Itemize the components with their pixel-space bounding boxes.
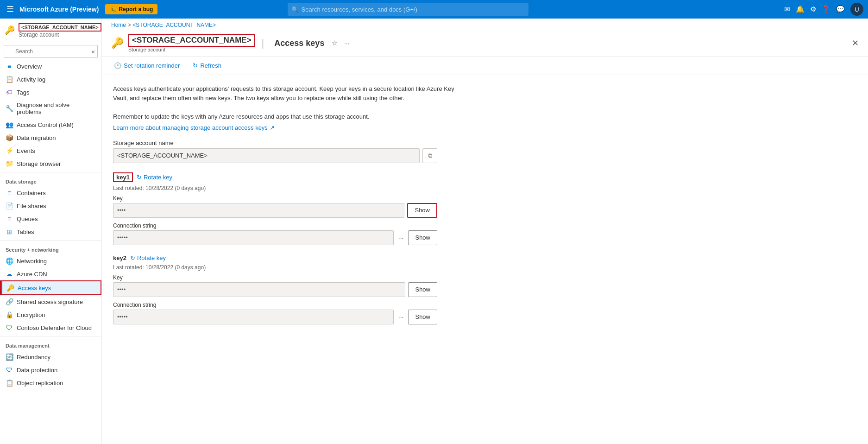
search-icon: 🔍 xyxy=(291,6,299,13)
key1-connection-more-icon[interactable]: ··· xyxy=(396,234,406,241)
storage-account-name-row: ⧉ xyxy=(113,148,437,163)
copy-account-name-button[interactable]: ⧉ xyxy=(422,148,437,163)
set-rotation-reminder-button[interactable]: 🕐 Set rotation reminder xyxy=(111,60,182,71)
section-security-label: Security + networking xyxy=(0,242,101,254)
key2-connection-more-icon[interactable]: ··· xyxy=(396,313,406,321)
refresh-button[interactable]: ↻ Refresh xyxy=(190,60,224,71)
key1-key-label: Key xyxy=(113,195,437,202)
sidebar-item-queues[interactable]: ≡ Queues xyxy=(0,212,101,225)
rotate-key1-icon: ↻ xyxy=(137,174,142,181)
rotate-key2-icon: ↻ xyxy=(130,254,135,261)
hamburger-icon[interactable]: ☰ xyxy=(5,2,16,16)
key1-key-input[interactable] xyxy=(113,203,404,218)
key1-label: key1 xyxy=(113,172,133,182)
sidebar-item-iam[interactable]: 👥 Access Control (IAM) xyxy=(0,118,101,131)
breadcrumb-home[interactable]: Home xyxy=(111,22,126,28)
sidebar-item-label: Tags xyxy=(17,89,29,96)
key1-connection-input[interactable] xyxy=(113,230,394,245)
more-options-icon[interactable]: ··· xyxy=(344,40,349,47)
resource-header-icon: 🔑 xyxy=(111,37,124,49)
sidebar-item-tables[interactable]: ⊞ Tables xyxy=(0,225,101,238)
key2-connection-input[interactable] xyxy=(113,310,394,324)
sidebar-resource-name: <STORAGE_ACCOUNT_NAME> xyxy=(19,23,101,32)
key1-rotate-button[interactable]: ↻ Rotate key xyxy=(137,174,172,181)
sidebar-item-data-protection[interactable]: 🛡 Data protection xyxy=(0,363,101,376)
key2-header: key2 ↻ Rotate key xyxy=(113,254,437,261)
sidebar-item-networking[interactable]: 🌐 Networking xyxy=(0,254,101,267)
queues-icon: ≡ xyxy=(6,215,13,222)
sidebar-item-activity-log[interactable]: 📋 Activity log xyxy=(0,73,101,86)
sidebar-item-label: File shares xyxy=(17,203,46,209)
sidebar-general-items: ≡ Overview 📋 Activity log 🏷 Tags 🔧 Diagn… xyxy=(0,60,101,170)
learn-more-link[interactable]: Learn more about managing storage accoun… xyxy=(113,124,275,131)
storage-account-name-input[interactable] xyxy=(113,148,420,163)
sidebar-item-sas[interactable]: 🔗 Shared access signature xyxy=(0,295,101,308)
sidebar-item-tags[interactable]: 🏷 Tags xyxy=(0,86,101,99)
iam-icon: 👥 xyxy=(6,121,13,128)
sas-icon: 🔗 xyxy=(6,298,13,305)
main-content-area: Home > <STORAGE_ACCOUNT_NAME> 🔑 <STORAGE… xyxy=(102,19,868,444)
key1-show-connection-button[interactable]: Show xyxy=(408,230,437,245)
key1-header: key1 ↻ Rotate key xyxy=(113,172,437,182)
global-search-input[interactable] xyxy=(288,3,528,16)
sidebar-item-migration[interactable]: 📦 Data migration xyxy=(0,131,101,144)
sidebar-item-access-keys[interactable]: 🔑 Access keys xyxy=(0,280,101,295)
sidebar-item-azure-cdn[interactable]: ☁ Azure CDN xyxy=(0,267,101,280)
key1-show-key-button[interactable]: Show xyxy=(407,203,437,218)
fileshares-icon: 📄 xyxy=(6,202,13,209)
key2-rotate-button[interactable]: ↻ Rotate key xyxy=(130,254,166,261)
email-icon[interactable]: ✉ xyxy=(784,5,790,13)
sidebar-search-input[interactable] xyxy=(4,45,98,58)
sidebar-item-encryption[interactable]: 🔒 Encryption xyxy=(0,308,101,321)
containers-icon: ≡ xyxy=(6,189,13,197)
sidebar-item-overview[interactable]: ≡ Overview xyxy=(0,60,101,73)
encryption-icon: 🔒 xyxy=(6,311,13,318)
sidebar-item-label: Storage browser xyxy=(17,160,61,167)
notifications-icon[interactable]: 🔔 xyxy=(796,5,805,13)
sidebar-item-label: Access keys xyxy=(18,285,51,292)
sidebar-item-diagnose[interactable]: 🔧 Diagnose and solve problems xyxy=(0,99,101,118)
diagnose-icon: 🔧 xyxy=(6,105,13,112)
sidebar-security-items: 🌐 Networking ☁ Azure CDN 🔑 Access keys 🔗… xyxy=(0,254,101,334)
breadcrumb: Home > <STORAGE_ACCOUNT_NAME> xyxy=(102,19,868,28)
key2-connection-row: ··· Show xyxy=(113,310,437,324)
feedback-icon[interactable]: 💬 xyxy=(836,5,845,13)
key2-key-input[interactable] xyxy=(113,282,405,297)
sidebar-item-containers[interactable]: ≡ Containers xyxy=(0,186,101,199)
report-bug-button[interactable]: 🐛 Report a bug xyxy=(105,4,157,14)
copy-icon: ⧉ xyxy=(428,152,432,159)
help-icon[interactable]: ❓ xyxy=(822,5,830,13)
favorite-icon[interactable]: ☆ xyxy=(332,39,338,47)
sidebar-item-redundancy[interactable]: 🔄 Redundancy xyxy=(0,350,101,363)
refresh-icon: ↻ xyxy=(193,62,198,69)
sidebar-item-fileshares[interactable]: 📄 File shares xyxy=(0,199,101,212)
rotation-label: Set rotation reminder xyxy=(124,62,180,69)
rotate-key2-label: Rotate key xyxy=(137,254,166,261)
sidebar-item-label: Containers xyxy=(17,190,46,197)
breadcrumb-account[interactable]: <STORAGE_ACCOUNT_NAME> xyxy=(132,22,216,28)
close-button[interactable]: ✕ xyxy=(852,38,859,48)
avatar[interactable]: U xyxy=(850,3,863,16)
app-title: Microsoft Azure (Preview) xyxy=(19,6,99,13)
sidebar-item-label: Access Control (IAM) xyxy=(17,121,74,128)
sidebar-item-storage-browser[interactable]: 📁 Storage browser xyxy=(0,157,101,170)
sidebar-item-label: Encryption xyxy=(17,311,45,318)
sidebar-item-label: Queues xyxy=(17,216,38,222)
sidebar-item-defender[interactable]: 🛡 Contoso Defender for Cloud xyxy=(0,321,101,334)
key1-last-rotated: Last rotated: 10/28/2022 (0 days ago) xyxy=(113,185,437,191)
sidebar-item-events[interactable]: ⚡ Events xyxy=(0,144,101,157)
key2-last-rotated: Last rotated: 10/28/2022 (0 days ago) xyxy=(113,264,437,271)
key2-show-connection-button[interactable]: Show xyxy=(408,310,437,324)
key2-show-key-button[interactable]: Show xyxy=(408,282,437,297)
toolbar: 🕐 Set rotation reminder ↻ Refresh xyxy=(102,57,868,75)
networking-icon: 🌐 xyxy=(6,257,13,265)
access-keys-icon: 🔑 xyxy=(6,284,14,292)
rotate-key1-label: Rotate key xyxy=(144,174,172,181)
clock-icon: 🕐 xyxy=(114,62,121,69)
settings-icon[interactable]: ⚙ xyxy=(810,5,816,13)
sidebar-item-label: Redundancy xyxy=(17,354,50,361)
sidebar-item-object-replication[interactable]: 📋 Object replication xyxy=(0,376,101,389)
key2-label: key2 xyxy=(113,254,126,261)
sidebar-item-label: Azure CDN xyxy=(17,271,47,278)
sidebar-collapse-icon[interactable]: « xyxy=(91,48,95,55)
